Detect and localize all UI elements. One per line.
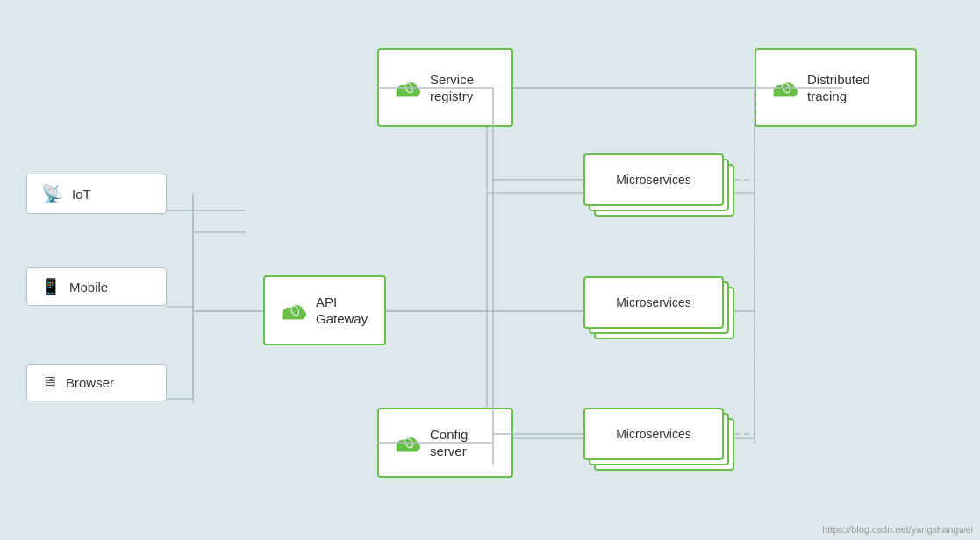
api-gateway-label: APIGateway [316,294,368,328]
ms-card-1-front: Microservices [583,153,724,206]
config-server-cloud-icon [391,430,423,455]
config-server-label: Configserver [430,426,468,460]
client-browser: 🖥 Browser [26,364,167,401]
service-registry-cloud-icon [391,75,423,100]
client-browser-label: Browser [66,375,114,390]
config-server-box: Configserver [377,408,513,478]
service-registry-box: Serviceregistry [377,48,513,127]
phone-icon: 📱 [41,277,61,296]
api-gateway-box: APIGateway [263,275,386,345]
ms-card-3-front: Microservices [583,408,724,460]
diagram: 📡 IoT 📱 Mobile 🖥 Browser APIGateway Se [0,0,980,540]
distributed-tracing-box: Distributedtracing [755,48,917,127]
browser-icon: 🖥 [41,373,57,392]
ms3-label: Microservices [616,427,691,441]
service-registry-label: Serviceregistry [430,71,474,105]
ms2-label: Microservices [616,295,691,309]
distributed-tracing-label: Distributedtracing [807,71,870,105]
api-gateway-cloud-icon [277,298,309,323]
ms-card-2-front: Microservices [583,276,724,329]
ms1-label: Microservices [616,173,691,187]
client-mobile: 📱 Mobile [26,267,167,306]
client-iot-label: IoT [72,187,91,202]
watermark: https://blog.csdn.net/yangshangwei [822,524,973,535]
client-mobile-label: Mobile [69,280,108,295]
wifi-icon: 📡 [41,183,63,204]
distributed-tracing-cloud-icon [769,75,800,100]
client-iot: 📡 IoT [26,174,167,214]
